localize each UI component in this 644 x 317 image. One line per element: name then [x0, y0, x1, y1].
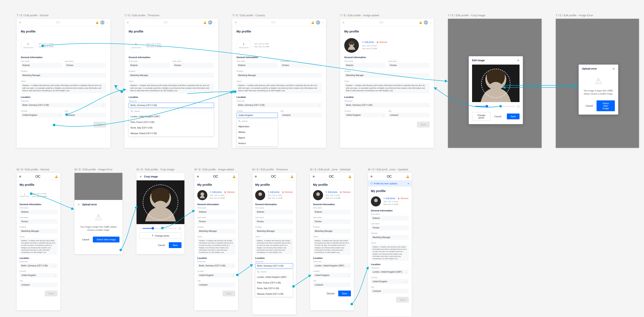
city-input[interactable]: Liverpool	[65, 113, 106, 118]
timezone-select[interactable]: Berlin, Germany (CET+1:00)⌄	[255, 263, 293, 268]
remove-photo-link[interactable]: 🗑Remove	[376, 41, 387, 43]
section-general: General information	[17, 56, 110, 60]
warning-icon: ⚠	[579, 76, 618, 86]
pencil-icon: ✎	[362, 41, 364, 43]
avatar[interactable]: RT	[100, 21, 104, 25]
error-message: Your image is larger than 10MB, please c…	[579, 89, 618, 99]
zoom-slider[interactable]: ▫◻	[469, 102, 523, 110]
save-button[interactable]: Save	[507, 114, 520, 119]
artboard-label: T / E / Edit profile - Timezone	[124, 14, 159, 17]
crop-image[interactable]	[472, 65, 520, 102]
image-icon: ◻	[517, 105, 520, 108]
save-button[interactable]: Save	[94, 122, 106, 127]
dropdown-item[interactable]: London, United Kingdom (GMT)	[129, 114, 214, 119]
artboard-t-country: T / E / Edit profile - Country ≡OC🔔RT⌄ M…	[232, 19, 326, 148]
edit-photo-link[interactable]: ✎Edit photo	[362, 41, 374, 43]
upload-photo-button[interactable]: ⬆ Upload photo	[21, 38, 36, 53]
about-textarea[interactable]: Relative - A relative web directory will…	[21, 83, 106, 93]
country-dropdown: 🔍Search Afghanistan Albania Algeria Ando…	[236, 119, 278, 146]
logo: OC	[56, 21, 60, 24]
dropdown-search[interactable]: 🔍Search	[129, 109, 214, 114]
artboard-m-tz-updated: M / E / Edit profi...zone - Updated ≡OC🔔…	[368, 173, 412, 316]
trash-icon: 🗑	[376, 41, 378, 43]
artboard-m-error: M / E / Edit profile - Image Error ✕Uplo…	[74, 173, 122, 254]
crop-modal: Edit image✕ ▫◻ Change photo Cancel Save	[469, 56, 523, 124]
country-select[interactable]: United Kingdom⌄	[21, 113, 62, 118]
upload-photo-button[interactable]: ⬆Upload photo	[129, 38, 143, 53]
page-title: My profile	[17, 26, 110, 36]
artboard-m-normal: M / E / Edit profile - Normal ≡OC🔔 My pr…	[17, 173, 60, 310]
crop-image[interactable]	[136, 180, 184, 224]
upload-hint: JPG, GIF or PNG.Max size of 10MB	[39, 43, 54, 48]
error-modal: Upload error✕ ⚠ Your image is larger tha…	[579, 65, 618, 115]
chevron-down-icon[interactable]: ⌄	[106, 21, 108, 24]
timezone-dropdown: 🔍Search London, United Kingdom (GMT) Par…	[129, 109, 214, 136]
menu-icon[interactable]: ≡	[19, 175, 21, 178]
modal-title: Upload error	[582, 67, 597, 70]
position-input[interactable]: Marketing Manager	[21, 73, 106, 78]
dropdown-item[interactable]: Warsaw, Poland (CET+1:00)	[129, 131, 214, 136]
close-icon[interactable]: ✕	[408, 182, 409, 185]
bell-icon[interactable]: 🔔	[203, 21, 206, 24]
profile-avatar	[344, 38, 359, 53]
svg-point-13	[374, 199, 378, 202]
artboard-t-normal: T / E / Edit profile - Normal ≡ OC 🔔 RT …	[17, 19, 110, 148]
cancel-button[interactable]: Cancel	[490, 114, 505, 119]
artboard-m-image-added: M / E / Edit profile - Image added ≡OC🔔 …	[194, 173, 238, 310]
last-name-input[interactable]: Firmino	[65, 63, 106, 68]
upload-photo-button[interactable]: ⬆Upload photo	[20, 190, 30, 200]
artboard-t-image-added: T / E / Edit profile - Image added ≡OC🔔R…	[340, 19, 434, 148]
artboard-t-error: T / E / Edit profile - Image Error Uploa…	[556, 19, 639, 148]
artboard-t-timezone: T / E / Edit profile - Timezone ≡OC🔔RT⌄ …	[124, 19, 218, 148]
artboard-m-crop: M / E / Edit profile - Crop Image ✕Crop …	[136, 173, 184, 254]
svg-point-7	[200, 192, 204, 196]
timezone-select[interactable]: Berlin, Germany (CET+1:00)⌄	[21, 103, 106, 108]
bell-icon[interactable]: 🔔	[55, 175, 58, 178]
topbar: ≡ OC 🔔 RT ⌄	[17, 19, 110, 26]
dropdown-item[interactable]: Paris, France (CET+1:00)	[129, 119, 214, 125]
change-photo-button[interactable]: Change photo	[472, 112, 490, 121]
select-other-button[interactable]: Select other image	[596, 100, 615, 111]
close-icon[interactable]: ✕	[517, 59, 520, 62]
artboard-m-tz-selected: M / E / Edit profi...zone - Selected ≡OC…	[310, 173, 354, 310]
artboard-label: T / E / Edit profile - Normal	[17, 14, 48, 17]
country-select[interactable]: United Kingdom⌄	[236, 113, 278, 118]
svg-point-9	[258, 192, 262, 196]
close-icon[interactable]: ✕	[140, 175, 142, 178]
pencil-icon: ✎	[152, 234, 154, 237]
artboard-t-crop: T / E / Edit profile - Crop Image Edit i…	[448, 19, 542, 148]
search-icon: 🔍	[130, 110, 133, 112]
upload-icon: ⬆	[27, 43, 29, 46]
artboard-m-timezone: M / E / Edit profile - Timezone ≡OC🔔 My …	[252, 173, 296, 314]
menu-icon[interactable]: ≡	[127, 21, 129, 24]
close-icon[interactable]: ✕	[612, 67, 615, 70]
discard-button[interactable]: Discard	[323, 290, 338, 296]
bell-icon[interactable]: 🔔	[96, 21, 99, 24]
save-button[interactable]: Save	[338, 290, 351, 296]
cancel-button[interactable]: Cancel	[582, 103, 596, 109]
warning-icon: ⚠	[74, 212, 122, 222]
svg-point-17	[120, 90, 123, 93]
menu-icon[interactable]: ≡	[19, 21, 21, 24]
timezone-select[interactable]: Berlin, Germany (CET+1:00)⌄	[129, 103, 214, 108]
change-photo-button[interactable]: ✎Change photo	[140, 232, 182, 239]
zoom-slider[interactable]: ▫◻	[136, 224, 184, 232]
success-banner: ⓘProfile has been updated✕	[368, 180, 412, 187]
modal-title: Edit image	[472, 59, 485, 62]
close-icon[interactable]: ✕	[78, 203, 80, 206]
first-name-input[interactable]: Roberto	[21, 63, 62, 68]
image-icon: ▫	[472, 105, 473, 108]
profile-avatar	[197, 190, 207, 200]
section-location: Location	[17, 96, 110, 100]
info-icon: ⓘ	[370, 182, 372, 185]
dropdown-item[interactable]: Rome, Italy (CET+1:00)	[129, 125, 214, 131]
svg-point-11	[316, 192, 320, 196]
